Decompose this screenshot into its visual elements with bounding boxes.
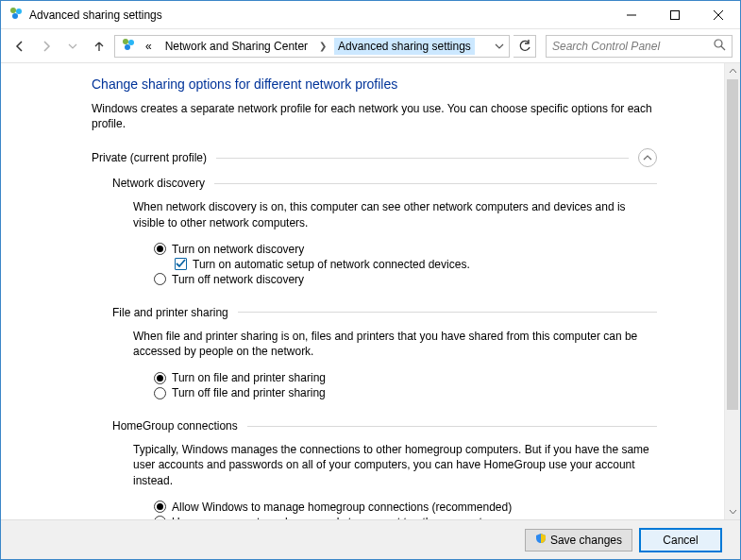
divider [216, 158, 629, 159]
radio-label: Turn on network discovery [172, 243, 304, 256]
svg-point-9 [125, 44, 130, 50]
page-description: Windows creates a separate network profi… [92, 101, 657, 131]
collapse-button[interactable] [638, 148, 657, 167]
scroll-down-button[interactable] [725, 503, 740, 519]
recent-dropdown[interactable] [61, 35, 84, 58]
radio-fps-off[interactable]: Turn off file and printer sharing [154, 385, 657, 400]
cancel-button[interactable]: Cancel [640, 529, 721, 552]
minimize-button[interactable] [610, 1, 653, 28]
svg-rect-4 [671, 10, 680, 19]
netdisc-desc: When network discovery is on, this compu… [133, 199, 657, 229]
page-title: Change sharing options for different net… [92, 76, 657, 92]
maximize-button[interactable] [653, 1, 697, 28]
radio-label: Use user accounts and passwords to conne… [172, 516, 498, 519]
hg-desc: Typically, Windows manages the connectio… [133, 442, 657, 488]
chevron-right-icon: ❯ [317, 41, 328, 51]
content-area: Change sharing options for different net… [1, 63, 740, 519]
radio-icon [154, 516, 166, 519]
breadcrumb-overflow[interactable]: « [142, 38, 156, 55]
divider [247, 426, 657, 427]
radio-label: Turn off file and printer sharing [172, 386, 326, 399]
group-network-discovery: Network discovery When network discovery… [112, 177, 657, 286]
radio-netdisc-on[interactable]: Turn on network discovery [154, 242, 657, 257]
search-box[interactable] [546, 35, 733, 58]
radio-icon [154, 372, 166, 384]
search-icon[interactable] [714, 39, 726, 54]
check-netdisc-auto[interactable]: Turn on automatic setup of network conne… [175, 257, 657, 272]
divider [214, 183, 657, 184]
group-homegroup: HomeGroup connections Typically, Windows… [112, 419, 657, 519]
back-button[interactable] [8, 35, 31, 58]
breadcrumb-parent[interactable]: Network and Sharing Center [161, 38, 312, 55]
radio-label: Turn off network discovery [172, 273, 304, 286]
radio-netdisc-off[interactable]: Turn off network discovery [154, 272, 657, 287]
refresh-button[interactable] [514, 35, 536, 58]
radio-hg-allow[interactable]: Allow Windows to manage homegroup connec… [154, 500, 657, 515]
divider [238, 312, 657, 313]
save-changes-button[interactable]: Save changes [525, 529, 632, 552]
radio-icon [154, 501, 166, 513]
radio-icon [154, 387, 166, 399]
titlebar: Advanced sharing settings [1, 1, 740, 29]
hg-header: HomeGroup connections [112, 419, 238, 433]
address-dropdown[interactable] [492, 42, 507, 51]
profile-label: Private (current profile) [92, 151, 207, 164]
netdisc-header: Network discovery [112, 177, 205, 190]
radio-fps-on[interactable]: Turn on file and printer sharing [154, 370, 657, 385]
svg-point-2 [12, 13, 18, 19]
window-frame: Advanced sharing settings « Network and … [0, 0, 741, 560]
window-controls [610, 1, 740, 28]
svg-point-7 [123, 39, 128, 44]
button-label: Save changes [550, 534, 622, 547]
close-button[interactable] [697, 1, 740, 28]
radio-icon [154, 273, 166, 285]
svg-line-11 [721, 46, 725, 50]
svg-point-8 [128, 40, 134, 45]
forward-button[interactable] [35, 35, 58, 58]
footer-bar: Save changes Cancel [1, 519, 740, 559]
navbar: « Network and Sharing Center ❯ Advanced … [1, 29, 740, 63]
scroll-track[interactable] [725, 79, 740, 503]
svg-point-10 [715, 40, 722, 47]
scroll-up-button[interactable] [725, 63, 740, 79]
shield-icon [535, 533, 547, 547]
radio-icon [154, 243, 166, 255]
scroll-thumb[interactable] [727, 79, 738, 410]
profile-header: Private (current profile) [92, 148, 657, 167]
svg-point-0 [10, 8, 16, 13]
fps-header: File and printer sharing [112, 306, 228, 319]
up-button[interactable] [88, 35, 110, 58]
group-file-printer-sharing: File and printer sharing When file and p… [112, 306, 657, 400]
address-icon [121, 37, 136, 55]
checkbox-icon [175, 258, 187, 270]
radio-label: Turn on file and printer sharing [172, 371, 326, 384]
main-pane: Change sharing options for different net… [1, 63, 740, 519]
address-bar[interactable]: « Network and Sharing Center ❯ Advanced … [114, 35, 510, 58]
fps-desc: When file and printer sharing is on, fil… [133, 329, 657, 359]
checkbox-label: Turn on automatic setup of network conne… [193, 258, 470, 271]
svg-point-1 [16, 8, 22, 14]
radio-label: Allow Windows to manage homegroup connec… [172, 501, 512, 514]
app-icon [8, 6, 24, 24]
window-title: Advanced sharing settings [29, 8, 610, 22]
radio-hg-user[interactable]: Use user accounts and passwords to conne… [154, 515, 657, 519]
button-label: Cancel [663, 534, 698, 547]
scrollbar[interactable] [724, 63, 740, 519]
breadcrumb-current[interactable]: Advanced sharing settings [334, 38, 475, 55]
search-input[interactable] [552, 40, 710, 53]
